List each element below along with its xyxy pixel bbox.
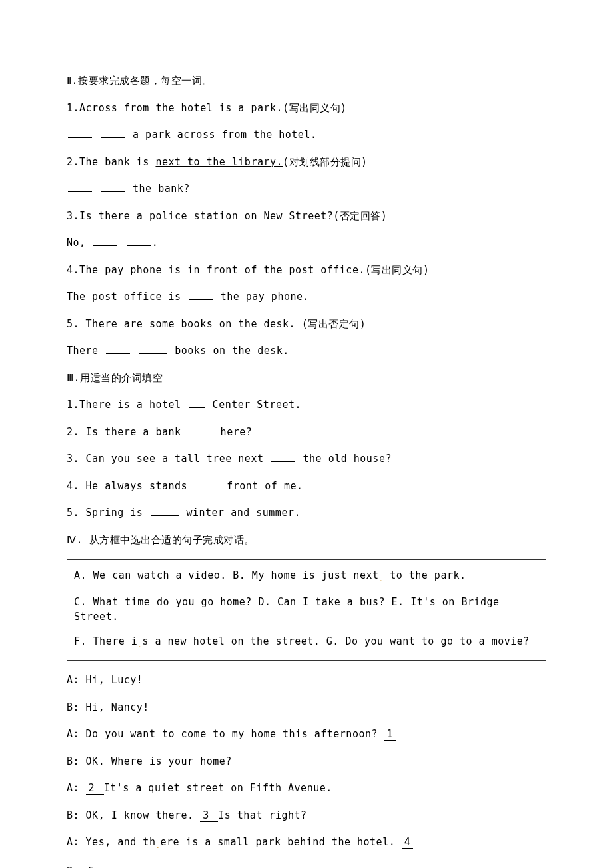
text-content: 1.There is a hotel: [67, 399, 187, 411]
text-content: the bank?: [133, 183, 190, 195]
s2-q2-answer: the bank?: [67, 181, 546, 197]
text-content: 5. Spring is: [67, 507, 149, 519]
text-content: A:: [67, 782, 86, 794]
text-content: front of me.: [221, 480, 303, 492]
blank-input[interactable]: [106, 343, 130, 354]
box-line-2: C. What time do you go home? D. Can I ta…: [74, 595, 539, 625]
text-content: A. We can watch a video. B. My home is j…: [74, 569, 378, 581]
wavy-marker-icon: .: [378, 575, 383, 583]
text-content: s a new hotel on the street. G. Do you w…: [142, 635, 529, 647]
text-content: 2. Is there a bank: [67, 426, 187, 438]
blank-input[interactable]: [101, 181, 125, 192]
text-content: books on the desk.: [175, 345, 289, 357]
s3-q4: 4. He always stands front of me.: [67, 479, 546, 494]
dialogue-line: B: Hi, Nancy!: [67, 700, 546, 715]
blank-input[interactable]: [189, 289, 213, 300]
dialogue-line: B: OK, I know there. 3 Is that right?: [67, 808, 546, 823]
blank-input[interactable]: [68, 181, 92, 192]
text-content: the pay phone.: [221, 291, 309, 303]
s2-q3-answer: No, .: [67, 235, 546, 251]
answer-blank-3[interactable]: 3: [200, 809, 218, 822]
s3-q2: 2. Is there a bank here?: [67, 425, 546, 440]
blank-input[interactable]: [151, 505, 179, 516]
blank-input[interactable]: [93, 235, 117, 246]
text-content: here?: [214, 426, 252, 438]
s3-q1: 1.There is a hotel Center Street.: [67, 397, 546, 413]
section-3-title: Ⅲ.用适当的介词填空: [67, 371, 546, 386]
dialogue-line: A: Hi, Lucy!: [67, 673, 546, 688]
text-content: 4. He always stands: [67, 480, 194, 492]
blank-input[interactable]: [101, 127, 125, 138]
answer-blank-1[interactable]: 1: [384, 728, 396, 741]
text-content: No,: [67, 237, 92, 249]
section-4-title: Ⅳ. 从方框中选出合适的句子完成对话。: [67, 533, 546, 548]
text-content: B:: [67, 865, 86, 869]
s2-q4-prompt: 4.The pay phone is in front of the post …: [67, 263, 546, 278]
text-content: winter and summer.: [180, 507, 301, 519]
box-line-1: A. We can watch a video. B. My home is j…: [74, 568, 539, 585]
blank-input[interactable]: [189, 425, 213, 435]
blank-input[interactable]: [68, 127, 92, 138]
text-content: 2.The bank is: [67, 156, 155, 168]
text-content: .: [152, 237, 159, 249]
wavy-marker-icon: .: [155, 841, 160, 850]
blank-input[interactable]: [127, 235, 151, 246]
s2-q1-prompt: 1.Across from the hotel is a park.(写出同义句…: [67, 101, 546, 116]
answer-blank-5[interactable]: 5: [86, 865, 98, 869]
dialogue-line: A: Yes, and th.ere is a small park behin…: [67, 835, 546, 852]
box-line-3: F. There i.s a new hotel on the street. …: [74, 634, 539, 651]
text-content: the old house?: [297, 453, 392, 465]
s2-q2-prompt: 2.The bank is next to the library.(对划线部分…: [67, 155, 546, 170]
blank-input[interactable]: [195, 479, 219, 489]
text-content: B: OK, I know there.: [67, 809, 200, 821]
answer-blank-2[interactable]: 2: [86, 782, 104, 795]
blank-input[interactable]: [271, 451, 295, 462]
s2-q4-answer: The post office is the pay phone.: [67, 289, 546, 305]
text-content: The post office is: [67, 291, 187, 303]
options-box: A. We can watch a video. B. My home is j…: [67, 559, 546, 661]
blank-input[interactable]: [139, 343, 167, 354]
dialogue-line: A: Do you want to come to my home this a…: [67, 727, 546, 742]
s3-q5: 5. Spring is winter and summer.: [67, 505, 546, 521]
s2-q1-answer: a park across from the hotel.: [67, 127, 546, 143]
text-content: 3. Can you see a tall tree next: [67, 453, 270, 465]
dialogue-line: A: 2 It's a quiet street on Fifth Avenue…: [67, 781, 546, 796]
dialogue-line: B: OK. Where is your home?: [67, 754, 546, 769]
s2-q5-answer: There books on the desk.: [67, 343, 546, 359]
text-content: There: [67, 345, 105, 357]
text-content: A: Yes, and th: [67, 836, 155, 848]
text-content: Center Street.: [206, 399, 301, 411]
text-content: Is that right?: [218, 809, 306, 821]
underlined-text: next to the library.: [155, 156, 283, 168]
answer-blank-4[interactable]: 4: [402, 836, 414, 849]
text-content: (对划线部分提问): [283, 156, 368, 168]
text-content: to the park.: [384, 569, 466, 581]
text-content: F. There i: [74, 635, 137, 647]
s2-q5-prompt: 5. There are some books on the desk. (写出…: [67, 317, 546, 332]
dialogue-line: B: 5: [67, 864, 546, 869]
text-content: ere is a small park behind the hotel.: [161, 836, 402, 848]
section-2-title: Ⅱ.按要求完成各题，每空一词。: [67, 73, 546, 89]
text-content: It's a quiet street on Fifth Avenue.: [104, 782, 332, 794]
s3-q3: 3. Can you see a tall tree next the old …: [67, 451, 546, 467]
s2-q3-prompt: 3.Is there a police station on New Stree…: [67, 209, 546, 224]
blank-input[interactable]: [189, 397, 205, 408]
text-content: A: Do you want to come to my home this a…: [67, 728, 384, 740]
text-content: a park across from the hotel.: [133, 129, 316, 141]
